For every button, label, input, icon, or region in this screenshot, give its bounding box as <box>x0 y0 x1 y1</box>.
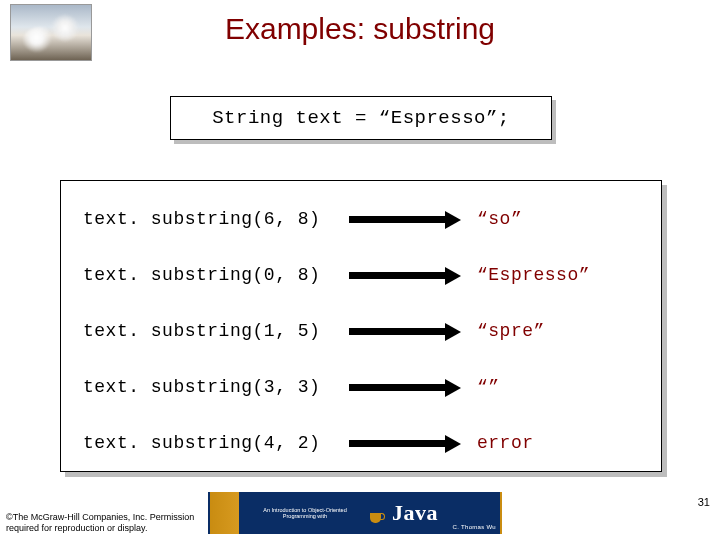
example-row: text. substring(3, 3) “” <box>61 359 661 415</box>
example-expression: text. substring(6, 8) <box>83 209 320 229</box>
banner-left-stripe <box>210 494 250 532</box>
example-row: text. substring(4, 2) error <box>61 415 661 471</box>
example-row: text. substring(1, 5) “spre” <box>61 303 661 359</box>
example-row: text. substring(0, 8) “Espresso” <box>61 247 661 303</box>
example-expression: text. substring(0, 8) <box>83 265 320 285</box>
arrow-icon <box>349 437 461 449</box>
example-expression: text. substring(1, 5) <box>83 321 320 341</box>
example-expression: text. substring(4, 2) <box>83 433 320 453</box>
arrow-icon <box>349 325 461 337</box>
examples-table: text. substring(6, 8) “so” text. substri… <box>60 180 662 472</box>
arrow-icon <box>349 381 461 393</box>
example-expression: text. substring(3, 3) <box>83 377 320 397</box>
banner-author-text: C. Thomas Wu <box>453 524 496 530</box>
slide: Examples: substring String text = “Espre… <box>0 0 720 540</box>
banner-intro-text: An Introduction to Object-Oriented Progr… <box>250 507 360 520</box>
slide-footer: ©The McGraw-Hill Companies, Inc. Permiss… <box>0 490 720 540</box>
code-declaration-text: String text = “Espresso”; <box>212 107 510 129</box>
banner-java-text: Java <box>392 500 438 526</box>
example-result: “spre” <box>477 321 545 341</box>
page-number: 31 <box>698 496 710 508</box>
textbook-banner: An Introduction to Object-Oriented Progr… <box>208 492 502 534</box>
slide-title: Examples: substring <box>0 12 720 46</box>
arrow-icon <box>349 269 461 281</box>
code-declaration-box: String text = “Espresso”; <box>170 96 552 140</box>
arrow-icon <box>349 213 461 225</box>
example-result: “so” <box>477 209 522 229</box>
coffee-cup-icon <box>368 501 386 525</box>
example-result: “Espresso” <box>477 265 590 285</box>
example-result: “” <box>477 377 500 397</box>
example-row: text. substring(6, 8) “so” <box>61 191 661 247</box>
copyright-text: ©The McGraw-Hill Companies, Inc. Permiss… <box>6 512 196 535</box>
example-result: error <box>477 433 534 453</box>
